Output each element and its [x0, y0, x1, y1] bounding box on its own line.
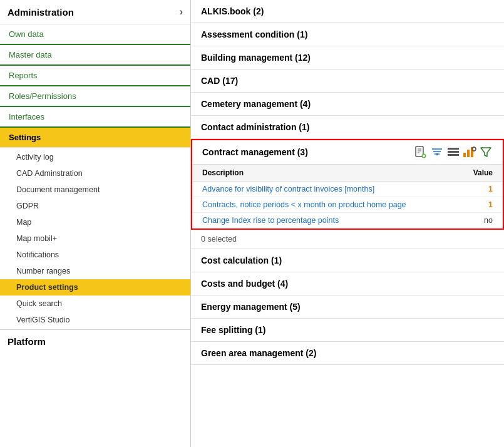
sidebar-item-settings[interactable]: Settings	[0, 128, 190, 148]
sidebar-sub-cad-adminstration[interactable]: CAD Adminstration	[0, 165, 190, 182]
new-document-icon[interactable]	[414, 145, 428, 159]
contract-management-title: Contract management (3)	[202, 147, 414, 157]
selected-info: 0 selected	[191, 230, 504, 249]
sidebar-sub-product-settings[interactable]: Product settings	[0, 279, 190, 295]
chart-settings-icon[interactable]	[463, 145, 476, 159]
row-assessment-condition[interactable]: Assessment condition (1)	[191, 23, 504, 46]
contract-row-1-value: 1	[456, 197, 503, 213]
settings-subitems: Activity log CAD Adminstration Document …	[0, 148, 190, 329]
contract-row-0-desc: Advance for visibility of contract invoi…	[192, 182, 456, 197]
contract-row-2-desc: Change Index rise to percentage points	[192, 213, 456, 229]
main-content: ALKIS.book (2) Assessment condition (1) …	[191, 0, 504, 447]
sidebar-sub-map-mobil-plus[interactable]: Map mobil+	[0, 230, 190, 247]
row-costs-and-budget[interactable]: Costs and budget (4)	[191, 272, 504, 295]
filter-list-icon[interactable]	[430, 145, 444, 159]
row-green-area-management[interactable]: Green area management (2)	[191, 342, 504, 365]
svg-rect-13	[448, 154, 459, 156]
svg-marker-10	[436, 153, 438, 156]
contract-management-header[interactable]: Contract management (3)	[192, 140, 503, 165]
sidebar-administration-header[interactable]: Administration ›	[0, 0, 190, 24]
sidebar-sub-vertigis-studio[interactable]: VertiGIS Studio	[0, 312, 190, 328]
col-description: Description	[192, 165, 456, 182]
table-row[interactable]: Change Index rise to percentage points n…	[192, 213, 503, 229]
row-cad[interactable]: CAD (17)	[191, 69, 504, 93]
svg-rect-11	[448, 148, 459, 150]
contract-table: Description Value Advance for visibility…	[192, 165, 503, 229]
svg-rect-14	[463, 153, 466, 157]
sidebar-item-own-data[interactable]: Own data	[0, 24, 190, 45]
table-row[interactable]: Contracts, notice periods < x month on p…	[192, 197, 503, 213]
sidebar-sub-notifications[interactable]: Notifications	[0, 247, 190, 263]
col-value: Value	[456, 165, 503, 182]
sidebar-item-interfaces[interactable]: Interfaces	[0, 107, 190, 128]
row-contact-administration[interactable]: Contact administration (1)	[191, 116, 504, 139]
contract-row-2-value: no	[456, 213, 503, 229]
sidebar-sub-gdpr[interactable]: GDPR	[0, 198, 190, 214]
chevron-right-icon: ›	[180, 6, 183, 18]
sidebar: Administration › Own data Master data Re…	[0, 0, 191, 447]
sidebar-sub-quick-search[interactable]: Quick search	[0, 295, 190, 312]
row-cemetery-management[interactable]: Cemetery management (4)	[191, 93, 504, 116]
sidebar-sub-activity-log[interactable]: Activity log	[0, 149, 190, 165]
contract-row-1-desc: Contracts, notice periods < x month on p…	[192, 197, 456, 213]
contract-management-section: Contract management (3)	[191, 139, 504, 230]
sidebar-item-roles-permissions[interactable]: Roles/Permissions	[0, 86, 190, 107]
row-fee-splitting[interactable]: Fee splitting (1)	[191, 319, 504, 342]
row-alkis-book[interactable]: ALKIS.book (2)	[191, 0, 504, 23]
row-energy-management[interactable]: Energy management (5)	[191, 295, 504, 319]
row-cost-calculation[interactable]: Cost calculation (1)	[191, 249, 504, 272]
sidebar-sub-number-ranges[interactable]: Number ranges	[0, 263, 190, 279]
funnel-filter-icon[interactable]	[479, 145, 493, 159]
contract-row-0-value: 1	[456, 182, 503, 197]
svg-marker-20	[481, 148, 491, 157]
svg-rect-15	[467, 150, 470, 157]
table-row[interactable]: Advance for visibility of contract invoi…	[192, 182, 503, 197]
sidebar-administration-title: Administration	[8, 7, 74, 18]
sidebar-sub-document-management[interactable]: Document management	[0, 182, 190, 198]
sidebar-item-reports[interactable]: Reports	[0, 66, 190, 86]
svg-rect-12	[448, 151, 459, 153]
row-building-management[interactable]: Building management (12)	[191, 46, 504, 69]
sidebar-platform-header[interactable]: Platform	[0, 329, 190, 353]
sidebar-sub-map[interactable]: Map	[0, 214, 190, 230]
contract-toolbar	[414, 145, 493, 159]
sidebar-item-master-data[interactable]: Master data	[0, 45, 190, 66]
list-view-icon[interactable]	[446, 145, 460, 159]
